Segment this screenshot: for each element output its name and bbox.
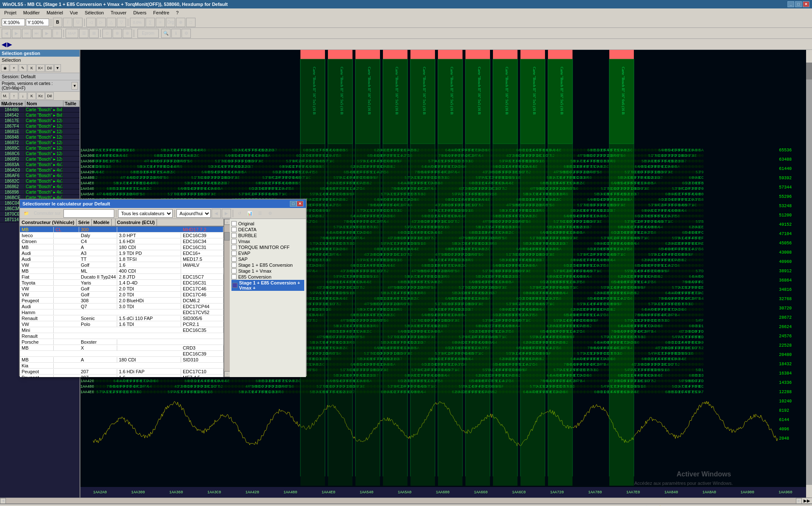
dialog-close-btn[interactable]: ✕	[297, 201, 303, 207]
address-row[interactable]: 18689C Carte "Bosch" ▸ 12x3	[0, 145, 80, 151]
dialog-icon-1[interactable]: 📁	[22, 209, 31, 218]
tb2-search-btn[interactable]: 🔍	[161, 29, 171, 38]
tb2-btn-7[interactable]: ☰	[79, 29, 88, 38]
tb2-settings-btn[interactable]: ⚙	[182, 29, 191, 38]
addr-btn-2[interactable]: ↑	[10, 92, 18, 100]
tb-icon-2[interactable]: ▷	[96, 18, 106, 27]
dlg-scroll-track[interactable]	[224, 225, 230, 371]
dialog-row[interactable]: Kia	[20, 363, 223, 369]
tb2-btn-9[interactable]: ⊙	[102, 29, 112, 38]
left-tb-btn-4[interactable]: K	[28, 64, 36, 72]
address-row[interactable]: 186862 Carte "Bosch" ▸ 4x7	[0, 184, 80, 189]
tb2-btn-2[interactable]: ▶	[12, 29, 21, 38]
address-row[interactable]: 18683A Carte "Bosch" ▸ 4x7	[0, 162, 80, 167]
dialog-scrollbar[interactable]: ▲ ▼	[224, 219, 230, 377]
dialog-row[interactable]: Porsche Boxster	[20, 339, 223, 345]
addr-btn-5[interactable]: Kc	[36, 92, 45, 100]
address-row[interactable]: 1868F0 Carte "Bosch" ▸ 12x3	[0, 156, 80, 162]
address-row[interactable]: 1868C6 Carte "Bosch" ▸ 12x3	[0, 151, 80, 156]
menu-item-trouver[interactable]: Trouver	[108, 9, 129, 16]
dialog-row[interactable]: Peugeot 207 1.6 ME7.4.5	[20, 375, 223, 377]
dialog-row[interactable]: Mini EDC16C35	[20, 327, 223, 333]
scroll-track[interactable]	[6, 498, 796, 503]
menu-item-matériel[interactable]: Matériel	[44, 9, 66, 16]
menu-item-sélection[interactable]: Sélection	[82, 9, 106, 16]
maximize-button[interactable]: □	[795, 1, 802, 7]
left-tb-dropdown[interactable]: ▼	[54, 64, 61, 72]
checkbox-item[interactable]: EVAP	[231, 250, 304, 256]
address-row[interactable]: 186848 Carte "Bosch" ▸ 12x3	[0, 134, 80, 140]
col-construire[interactable]: Construire (ECU)	[116, 219, 157, 226]
tb2-btn-1[interactable]: ◀	[2, 29, 11, 38]
dlg-refresh-btn[interactable]: ↺	[235, 209, 244, 218]
dialog-row[interactable]: Hamm EDC17CV52	[20, 309, 223, 315]
checkbox-item[interactable]: E85 Conversion	[231, 274, 304, 280]
col-serie[interactable]: Série	[77, 219, 92, 226]
dlg-chart-btn[interactable]: 📊	[245, 209, 254, 218]
dialog-row[interactable]: VW Polo 1.6 TDI PCR2.1	[20, 321, 223, 327]
dialog-row[interactable]: VW Golf 2.0 TDI EDC17C46	[20, 292, 223, 298]
address-row[interactable]: 184542 Carte "Bosch" ▸ 8x8	[0, 112, 80, 118]
checkbox-item[interactable]: Vmax	[231, 238, 304, 244]
tb-icon-1[interactable]: ◁	[86, 18, 96, 27]
dialog-row[interactable]: Fiat Ducato II Typ244 2.8 JTD EDC15C7	[20, 274, 223, 280]
today-dropdown[interactable]: Aujourd'hui	[176, 209, 211, 218]
tb-num-btn[interactable]: 0.0%	[130, 18, 145, 27]
tb2-info-btn[interactable]: ℹ	[171, 29, 181, 38]
nav-left-arrow[interactable]: ◀	[2, 41, 6, 48]
tb2-btn-6[interactable]: ⏸	[52, 29, 62, 38]
dialog-row[interactable]: MB A 180 CDI SID310	[20, 357, 223, 363]
addr-btn-1[interactable]: M.	[1, 92, 9, 100]
checkbox-item[interactable]: BURBLE	[231, 232, 304, 238]
dialog-row[interactable]: Audi TT 1.8 TFSI MED17.5	[20, 256, 223, 262]
address-row[interactable]: 186AC0 Carte "Bosch" ▸ 4x7	[0, 167, 80, 173]
address-row[interactable]: 18681E Carte "Bosch" ▸ 12x3	[0, 129, 80, 134]
dlg-scroll-thumb[interactable]	[224, 232, 230, 241]
left-tb-btn-2[interactable]: +	[10, 64, 18, 72]
underline-btn[interactable]: U	[73, 18, 83, 27]
addr-btn-4[interactable]: K	[28, 92, 36, 100]
dialog-row[interactable]: VW Golf 1.6 IAW4LV	[20, 262, 223, 268]
eprom-button[interactable]: Eprom	[138, 29, 159, 38]
nav-right-arrow[interactable]: ▶	[7, 41, 12, 48]
address-row[interactable]: 1867F4 Carte "Bosch" ▸ 12x3	[0, 123, 80, 129]
tb-icon-9[interactable]: □	[186, 18, 195, 27]
dialog-row[interactable]: MB A 180 CDI EDC16C31	[20, 244, 223, 250]
address-row[interactable]: 186AF6 Carte "Bosch" ▸ 4x7	[0, 173, 80, 178]
checkbox-item[interactable]: Stage 1 + E85 Conversion + Vmax +	[231, 280, 304, 291]
calculateurs-dropdown[interactable]: Tous les calculateurs	[118, 209, 173, 218]
left-tb-btn-1[interactable]: ◉	[1, 64, 9, 72]
zoom-x-input[interactable]	[2, 19, 25, 26]
addr-btn-3[interactable]: ↓	[19, 92, 27, 100]
checkbox-item[interactable]: Stage 1 + Vmax	[231, 268, 304, 274]
dialog-row[interactable]: MB X CRD3	[20, 345, 223, 351]
close-button[interactable]: ✕	[803, 1, 809, 7]
zoom-y-input[interactable]	[26, 19, 49, 26]
col-constructeur[interactable]: Constructeur (Véhicule)	[20, 219, 77, 226]
dialog-row[interactable]: Audi A3 1.9 TDI PD EDC16+	[20, 250, 223, 256]
dialog-row[interactable]: Citroen C4 1.6 HDI EDC16C34	[20, 238, 223, 244]
dialog-row[interactable]: EDC16C39	[20, 351, 223, 357]
bottom-scrollbar[interactable]: ◀ ▶ ▶▶	[0, 498, 812, 503]
dialog-row[interactable]: Iveco Daly 3.0 HPT EDC16C39	[20, 232, 223, 238]
tb-icon-8[interactable]: ⊕	[176, 18, 185, 27]
col-engine[interactable]	[112, 219, 116, 226]
scroll-right-btn[interactable]: ▶	[796, 498, 802, 504]
menu-item-vue[interactable]: Vue	[67, 9, 80, 16]
dlg-nav-right[interactable]: ▶	[222, 209, 231, 218]
tb2-btn-3[interactable]: ⏮	[22, 29, 31, 38]
left-tb-btn-5[interactable]: K<	[36, 64, 45, 72]
dialog-row[interactable]: Renault	[20, 333, 223, 339]
checkbox-item[interactable]: TORQUE MINITOR OFF	[231, 244, 304, 250]
italic-btn[interactable]: I	[63, 18, 72, 27]
dialog-row[interactable]: Audi Q7 3.0 TDI EDC17CP44	[20, 304, 223, 309]
dialog-row[interactable]: Peugeot 207 1.6 HDi FAP EDC17C10	[20, 369, 223, 375]
tb-icon-4[interactable]: ▽	[117, 18, 126, 27]
bold-btn[interactable]: B	[53, 18, 62, 27]
dlg-scroll-up[interactable]: ▲	[224, 219, 230, 225]
addr-btn-6[interactable]: Dé	[45, 92, 54, 100]
menu-item-projet[interactable]: Projet	[2, 9, 19, 16]
checkbox-item[interactable]: SAP	[231, 256, 304, 262]
address-row[interactable]: 18682C Carte "Bosch" ▸ 4x7	[0, 178, 80, 184]
tb-icon-7[interactable]: Org	[166, 18, 175, 27]
